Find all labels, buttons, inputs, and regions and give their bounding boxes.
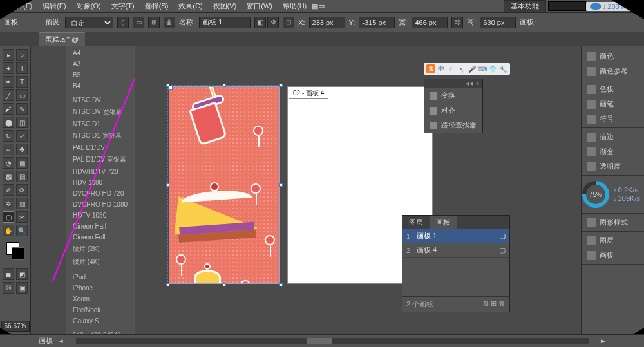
panel-minimize-icon[interactable]: ◂◂	[466, 79, 473, 88]
status-next-icon[interactable]: ▸	[601, 337, 605, 345]
ime-toolbar[interactable]: S 中 ☾ •, 🎤 ⌨ 👕 🔧	[424, 63, 510, 75]
preset-option[interactable]: iPad	[66, 272, 135, 283]
status-prev-icon[interactable]: ◂	[59, 337, 63, 345]
dock-brushes[interactable]: 画笔	[582, 97, 644, 111]
search-box[interactable]	[548, 1, 586, 11]
magic-wand-tool[interactable]: ✦	[3, 62, 14, 74]
scrollbar-horizontal[interactable]	[76, 338, 589, 344]
scale-tool[interactable]: ⤢	[16, 130, 28, 142]
dock-symbols[interactable]: 符号	[582, 111, 644, 126]
gradient-mode-icon[interactable]: ◩	[16, 268, 28, 280]
ime-keyboard-icon[interactable]: ⌨	[478, 64, 487, 73]
graph-tool[interactable]: ▥	[16, 198, 28, 209]
fill-stroke-swatches[interactable]	[6, 242, 24, 260]
new-artboard-icon[interactable]: ⊞	[148, 17, 160, 28]
ime-lang[interactable]: 中	[437, 64, 446, 73]
preset-option[interactable]: HDV/HDTV 720	[66, 166, 135, 177]
orient-landscape-icon[interactable]: ▭	[133, 17, 144, 28]
preset-option[interactable]: Galaxy S	[66, 315, 135, 326]
w-input[interactable]	[412, 17, 448, 28]
dock-stroke[interactable]: 描边	[582, 129, 644, 144]
preset-option[interactable]: DVCPRO HD 1080	[66, 199, 135, 210]
document-tab[interactable]: 蛋糕.ai* @	[39, 32, 85, 46]
menu-window[interactable]: 窗口(W)	[242, 0, 278, 12]
preset-option[interactable]: iPhone	[66, 283, 135, 294]
dock-color-guide[interactable]: 颜色参考	[582, 64, 644, 79]
menu-object[interactable]: 对象(O)	[71, 0, 106, 12]
pen-tool[interactable]: ✒	[3, 76, 14, 88]
paintbrush-tool[interactable]: 🖌	[3, 103, 14, 115]
preset-option[interactable]: 胶片 (4K)	[66, 256, 135, 268]
pathfinder-item[interactable]: 路径查找器	[424, 118, 482, 133]
x-input[interactable]	[309, 17, 345, 28]
blob-brush-tool[interactable]: ⬤	[3, 117, 14, 128]
menu-effect[interactable]: 效果(C)	[173, 0, 207, 12]
gradient-tool[interactable]: ▤	[16, 171, 28, 182]
ime-mic-icon[interactable]: 🎤	[468, 64, 477, 73]
preset-option[interactable]: HDTV 1080	[66, 210, 135, 221]
artboard-tool[interactable]: ▢	[3, 211, 14, 223]
screen-mode-icon[interactable]: ▣	[16, 282, 28, 294]
scrollbar-thumb[interactable]	[307, 338, 332, 344]
artboards-tab[interactable]: 画板	[430, 216, 457, 229]
preset-select[interactable]: 自定	[65, 17, 113, 28]
blend-tool[interactable]: ⟳	[16, 184, 28, 196]
eraser-tool[interactable]: ◫	[16, 117, 28, 128]
preset-option[interactable]: Cineon Full	[66, 232, 135, 243]
artboards-panel[interactable]: 图层 画板 1画板 1▢ 2画板 4▢ 2 个画板⇅ ⊞ 🗑	[402, 215, 510, 312]
lasso-tool[interactable]: ⌇	[16, 62, 28, 74]
bridge-icon[interactable]: ▦	[312, 2, 318, 10]
preset-option[interactable]: Xoom	[66, 294, 135, 305]
menu-type[interactable]: 文字(T)	[106, 0, 140, 12]
rectangle-tool[interactable]: ▭	[16, 89, 28, 101]
preset-option[interactable]: PAL D1/DV	[66, 142, 135, 153]
dock-gradient[interactable]: 渐变	[582, 144, 644, 159]
sogou-icon[interactable]: S	[426, 64, 435, 73]
type-tool[interactable]: T	[16, 76, 28, 88]
preset-option[interactable]: 640 x 480 (VGA)	[66, 330, 135, 334]
slice-tool[interactable]: ✂	[16, 211, 28, 223]
shape-builder-tool[interactable]: ◔	[3, 157, 14, 169]
hand-tool[interactable]: ✋	[3, 225, 14, 236]
ime-skin-icon[interactable]: 👕	[488, 64, 497, 73]
ime-settings-icon[interactable]: 🔧	[498, 64, 507, 73]
options-icon[interactable]: ⚙	[267, 17, 279, 28]
width-tool[interactable]: ↔	[3, 144, 14, 155]
preset-option[interactable]: NTSC DV	[66, 95, 135, 106]
color-mode-icon[interactable]: ◼	[3, 268, 14, 280]
delete-artboard-icon[interactable]: 🗑	[164, 17, 175, 28]
eyedropper-tool[interactable]: ✐	[3, 184, 14, 196]
dock-swatches[interactable]: 色板	[582, 82, 644, 97]
preset-option[interactable]: A3	[66, 59, 135, 70]
y-input[interactable]	[359, 17, 395, 28]
workspace-switcher[interactable]: 基本功能	[504, 0, 546, 12]
perspective-tool[interactable]: ▦	[16, 157, 28, 169]
layers-tab[interactable]: 图层	[402, 216, 430, 229]
align-item[interactable]: 对齐	[424, 103, 482, 118]
link-wh-icon[interactable]: ⛓	[451, 17, 463, 28]
none-mode-icon[interactable]: ☒	[3, 282, 14, 294]
free-transform-tool[interactable]: ✥	[16, 144, 28, 155]
transform-panel[interactable]: ◂◂× 变换 对齐 路径查找器	[424, 79, 483, 133]
orient-portrait-icon[interactable]: ▯	[117, 17, 129, 28]
name-input[interactable]	[199, 17, 251, 28]
dock-color[interactable]: 颜色	[582, 49, 644, 64]
panel-icons[interactable]: ⇅ ⊞ 🗑	[483, 299, 506, 309]
preset-option[interactable]: DVCPRO HD 720	[66, 188, 135, 199]
canvas-area[interactable]: TabloidA4A3B5B4NTSC DVNTSC DV 宽银幕NTSC D1…	[31, 46, 581, 334]
dock-graphic-styles[interactable]: 图形样式	[582, 215, 644, 230]
preset-option[interactable]: B4	[66, 80, 135, 91]
dock-transparency[interactable]: 透明度	[582, 159, 644, 174]
preset-option[interactable]: PAL D1/DV 宽银幕	[66, 153, 135, 166]
artboard-1[interactable]	[169, 86, 280, 284]
preset-dropdown[interactable]: TabloidA4A3B5B4NTSC DVNTSC DV 宽银幕NTSC D1…	[66, 46, 135, 334]
stroke-swatch[interactable]	[12, 247, 24, 260]
zoom-tool[interactable]: 🔍	[16, 225, 28, 236]
panel-close-icon[interactable]: ×	[476, 79, 480, 88]
transform-item[interactable]: 变换	[424, 88, 482, 103]
h-input[interactable]	[480, 17, 516, 28]
arrange-icon[interactable]: ▭	[318, 2, 325, 10]
menu-select[interactable]: 选择(S)	[140, 0, 174, 12]
ref-point-icon[interactable]: ⊡	[283, 17, 294, 28]
align-icon[interactable]: ◧	[254, 17, 266, 28]
